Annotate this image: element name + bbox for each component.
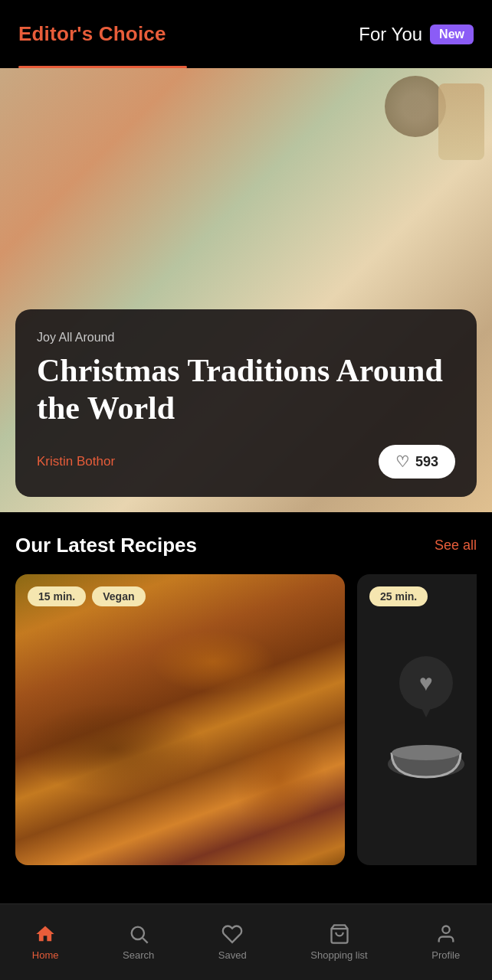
recipe-card-side[interactable]: 25 min. ♥: [357, 574, 477, 865]
nav-item-search[interactable]: Search: [110, 917, 166, 967]
bowl-icon: [384, 722, 468, 783]
time-tag-main: 15 min.: [28, 586, 86, 606]
heart-icon-side: ♥: [419, 670, 433, 696]
search-icon: [128, 923, 149, 945]
like-count: 593: [415, 454, 438, 470]
hero-subtitle: Joy All Around: [37, 331, 455, 345]
nav-label-search: Search: [123, 949, 154, 961]
svg-point-2: [131, 927, 143, 939]
nav-label-profile: Profile: [431, 949, 460, 961]
section-title: Our Latest Recipes: [15, 534, 197, 557]
hero-card: Joy All Around Christmas Traditions Arou…: [15, 309, 477, 497]
svg-point-5: [442, 926, 449, 933]
nav-item-saved[interactable]: Saved: [206, 917, 259, 967]
nav-item-shopping[interactable]: Shopping list: [298, 917, 379, 967]
heart-saved-icon: [221, 923, 243, 945]
hero-footer: Kristin Bothor ♡ 593: [37, 445, 455, 479]
editors-choice-tab[interactable]: Editor's Choice: [18, 22, 166, 46]
for-you-label[interactable]: For You: [359, 24, 422, 45]
nav-label-saved: Saved: [218, 949, 247, 961]
food-overlay: [15, 574, 345, 865]
bottom-nav: Home Search Saved Shopping list Profile: [0, 903, 492, 980]
time-tag-side: 25 min.: [369, 586, 428, 606]
hero-author[interactable]: Kristin Bothor: [37, 454, 115, 469]
nav-label-shopping: Shopping list: [310, 949, 367, 961]
hero-title: Christmas Traditions Around the World: [37, 352, 455, 426]
section-header: Our Latest Recipes See all: [15, 534, 477, 557]
heart-bubble: ♥: [399, 656, 453, 710]
home-icon: [34, 923, 56, 945]
profile-icon: [435, 923, 457, 945]
recipes-row: 15 min. Vegan 25 min. ♥: [15, 574, 477, 865]
nav-item-home[interactable]: Home: [20, 917, 71, 967]
recipe-tags: 15 min. Vegan: [28, 586, 146, 606]
hero-section: Joy All Around Christmas Traditions Arou…: [0, 68, 492, 512]
svg-line-3: [143, 938, 147, 942]
like-button[interactable]: ♡ 593: [379, 445, 455, 479]
header: Editor's Choice For You New: [0, 0, 492, 68]
svg-point-1: [392, 745, 461, 760]
see-all-button[interactable]: See all: [435, 537, 477, 554]
recipe-image-main: [15, 574, 345, 865]
new-badge: New: [430, 24, 474, 44]
recipe-card-main[interactable]: 15 min. Vegan: [15, 574, 345, 865]
recipes-section: Our Latest Recipes See all 15 min. Vegan…: [0, 512, 492, 865]
vegan-tag: Vegan: [92, 586, 145, 606]
heart-icon: ♡: [395, 452, 409, 471]
side-card-content: ♥: [384, 656, 468, 783]
for-you-section: For You New: [359, 24, 474, 45]
nav-label-home: Home: [32, 949, 59, 961]
shopping-icon: [329, 923, 350, 945]
nav-item-profile[interactable]: Profile: [419, 917, 472, 967]
